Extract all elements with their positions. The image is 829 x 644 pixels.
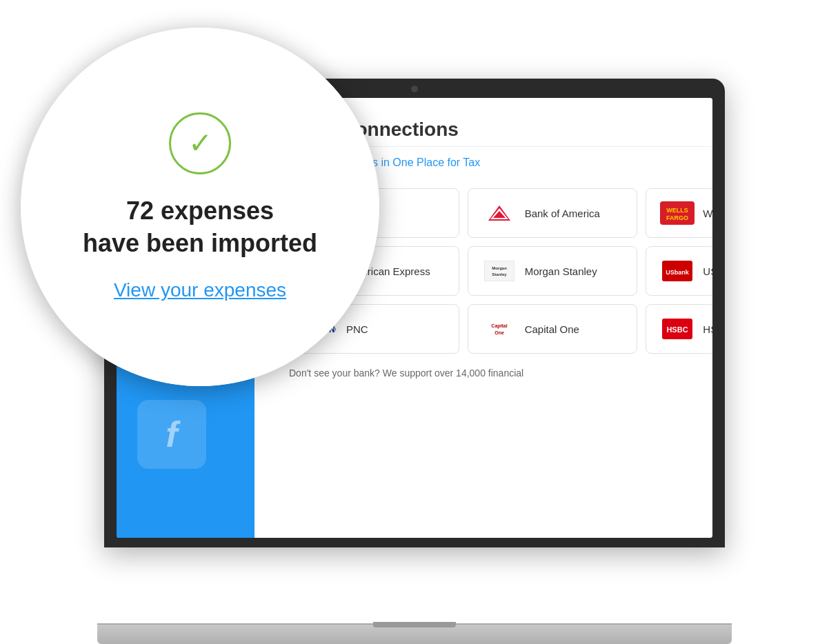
capone-logo: Capital One	[482, 317, 517, 341]
bank-card-ms[interactable]: Morgan Stanley Morgan Stanley	[468, 246, 638, 296]
app-logo: f	[137, 400, 206, 469]
bank-card-usbank[interactable]: USbank US Bank	[646, 246, 712, 296]
svg-rect-24	[484, 319, 515, 339]
wells-fargo-logo: WELLS FARGO	[660, 201, 695, 225]
svg-text:WELLS: WELLS	[667, 207, 689, 214]
laptop-hinge	[373, 622, 456, 627]
bank-card-hsbc[interactable]: HSBC HSBC	[646, 304, 712, 354]
bank-card-wf[interactable]: WELLS FARGO Wells Fargo	[646, 188, 712, 238]
svg-text:Morgan: Morgan	[492, 266, 507, 270]
bank-name-capone: Capital One	[525, 323, 579, 335]
success-circle: ✓ 72 expenses have been imported View yo…	[21, 28, 379, 386]
svg-text:FARGO: FARGO	[666, 214, 688, 221]
webcam	[411, 85, 418, 92]
svg-text:One: One	[495, 330, 504, 335]
scene: f Bank Connections All Your Expenses in …	[0, 0, 829, 644]
boa-logo	[482, 201, 517, 225]
bottom-text: Don't see your bank? We support over 14,…	[289, 368, 712, 379]
circle-content: ✓ 72 expenses have been imported View yo…	[21, 28, 379, 386]
bank-card-boa[interactable]: Bank of America	[468, 188, 638, 238]
imported-message: 72 expenses have been imported	[83, 195, 317, 260]
hsbc-logo: HSBC	[660, 317, 695, 341]
bank-name-usbank: US Bank	[703, 265, 712, 277]
svg-text:Stanley: Stanley	[492, 272, 507, 276]
app-logo-letter: f	[166, 414, 177, 455]
usbank-logo: USbank	[660, 259, 695, 283]
bank-name-hsbc: HSBC	[703, 323, 712, 335]
laptop-base	[97, 623, 732, 644]
bank-name-boa: Bank of America	[525, 208, 600, 219]
bank-name-ms: Morgan Stanley	[525, 265, 597, 277]
svg-text:USbank: USbank	[666, 269, 690, 276]
bank-card-capone[interactable]: Capital One Capital One	[468, 304, 638, 354]
bank-name-pnc: PNC	[346, 323, 368, 335]
svg-rect-14	[484, 261, 515, 281]
svg-text:Capital: Capital	[491, 323, 507, 329]
ms-logo: Morgan Stanley	[482, 259, 517, 283]
view-expenses-link[interactable]: View your expenses	[114, 279, 286, 301]
check-icon-wrapper: ✓	[169, 112, 231, 174]
bank-name-wf: Wells Fargo	[703, 208, 712, 219]
checkmark-icon: ✓	[188, 129, 212, 158]
svg-text:HSBC: HSBC	[667, 325, 688, 334]
